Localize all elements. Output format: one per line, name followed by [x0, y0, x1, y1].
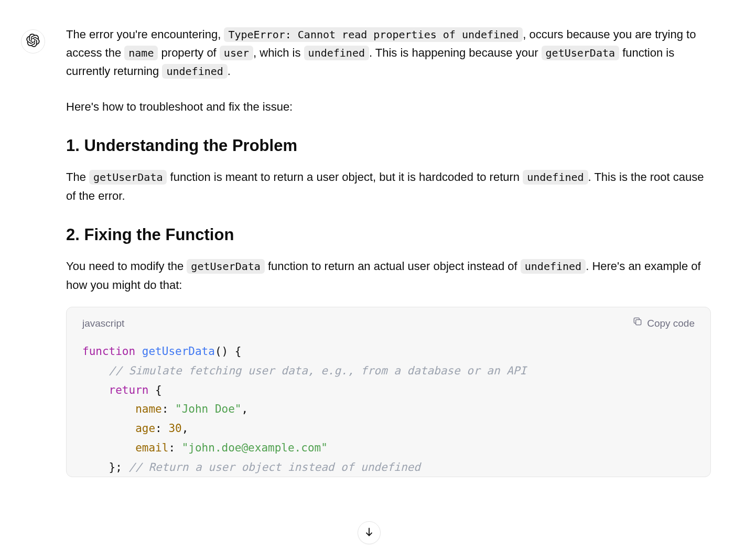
lead-paragraph: Here's how to troubleshoot and fix the i… — [66, 98, 711, 116]
user-code: user — [220, 46, 253, 60]
copy-code-button[interactable]: Copy code — [632, 316, 695, 331]
code-language-label: javascript — [82, 316, 124, 331]
svg-rect-0 — [636, 319, 641, 325]
getuserdata-code: getUserData — [542, 46, 619, 60]
getuserdata-code-3: getUserData — [187, 259, 264, 274]
intro-paragraph: The error you're encountering, TypeError… — [66, 25, 711, 81]
assistant-avatar — [21, 29, 45, 53]
section-1-paragraph: The getUserData function is meant to ret… — [66, 168, 711, 204]
undefined-code-3: undefined — [523, 170, 588, 185]
undefined-code-4: undefined — [521, 259, 586, 274]
undefined-code-2: undefined — [162, 64, 227, 79]
copy-icon — [632, 316, 643, 331]
code-content: function getUserData() { // Simulate fet… — [67, 337, 710, 477]
section-2-paragraph: You need to modify the getUserData funct… — [66, 257, 711, 294]
assistant-message: The error you're encountering, TypeError… — [66, 25, 711, 477]
heading-1: 1. Understanding the Problem — [66, 133, 711, 159]
undefined-code: undefined — [304, 46, 369, 60]
heading-2: 2. Fixing the Function — [66, 222, 711, 248]
scroll-to-bottom-button[interactable] — [358, 521, 381, 544]
copy-code-label: Copy code — [647, 316, 695, 331]
error-code: TypeError: Cannot read properties of und… — [224, 27, 523, 42]
openai-logo-icon — [26, 34, 40, 49]
code-block: javascript Copy code function getUserDat… — [66, 307, 711, 478]
getuserdata-code-2: getUserData — [89, 170, 167, 185]
arrow-down-icon — [363, 526, 375, 540]
name-code: name — [124, 46, 158, 60]
